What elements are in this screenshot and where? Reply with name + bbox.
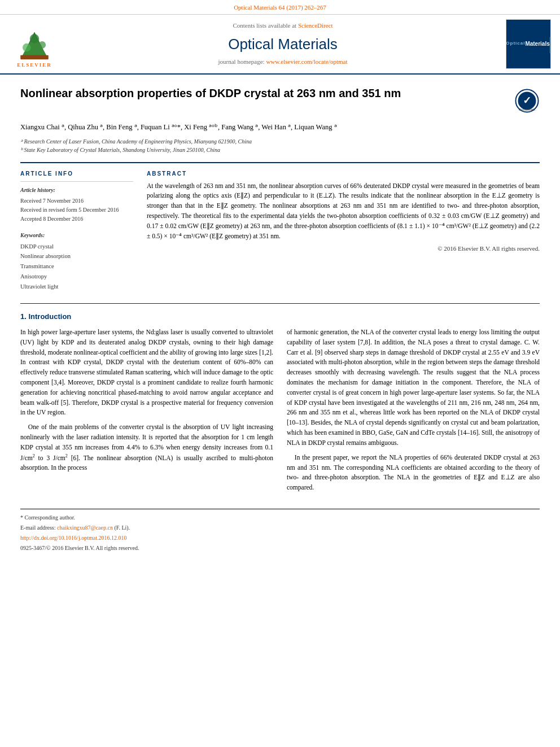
- authors: Xiangxu Chai ᵃ, Qihua Zhu ᵃ, Bin Feng ᵃ,…: [20, 121, 540, 133]
- footnote-corresponding: * Corresponding author.: [20, 514, 540, 522]
- article-info-box: Article history: Received 7 November 201…: [20, 181, 133, 224]
- abstract-heading: ABSTRACT: [147, 170, 540, 178]
- article-title-section: Nonlinear absorption properties of DKDP …: [20, 86, 540, 113]
- affiliation-b: ᵇ State Key Laboratory of Crystal Materi…: [20, 146, 540, 154]
- elsevier-label-text: ELSEVIER: [17, 62, 52, 69]
- accepted-date: Accepted 8 December 2016: [20, 215, 133, 224]
- intro-col1: In high power large-aperture laser syste…: [20, 327, 273, 497]
- elsevier-logo: ELSEVIER: [9, 19, 60, 68]
- revised-date: Received in revised form 5 December 2016: [20, 206, 133, 215]
- article-history-label: Article history:: [20, 186, 133, 194]
- keywords-label: Keywords:: [20, 231, 133, 239]
- intro-body: In high power large-aperture laser syste…: [20, 327, 540, 497]
- received-date: Received 7 November 2016: [20, 196, 133, 206]
- journal-logo-right: Optical Materials: [506, 19, 551, 68]
- issn-line: 0925-3467/© 2016 Elsevier B.V. All right…: [20, 544, 540, 552]
- body-divider: [20, 303, 540, 304]
- doi-link[interactable]: http://dx.doi.org/10.1016/j.optmat.2016.…: [20, 535, 126, 541]
- copyright: © 2016 Elsevier B.V. All rights reserved…: [147, 244, 540, 253]
- svg-text:CrossMark: CrossMark: [519, 108, 536, 111]
- svg-point-5: [30, 34, 40, 43]
- sciencedirect-line: Contents lists available at ScienceDirec…: [67, 21, 499, 30]
- intro-heading: 1. Introduction: [20, 312, 540, 322]
- journal-header: ELSEVIER Contents lists available at Sci…: [0, 15, 560, 74]
- svg-point-4: [38, 41, 46, 49]
- article-title: Nonlinear absorption properties of DKDP …: [20, 86, 505, 101]
- keyword-5: Ultraviolet light: [20, 282, 133, 292]
- abstract-column: ABSTRACT At the wavelength of 263 nm and…: [147, 170, 540, 292]
- svg-text:✓: ✓: [523, 95, 531, 106]
- journal-homepage-line: journal homepage: www.elsevier.com/locat…: [67, 58, 499, 66]
- svg-rect-6: [20, 55, 49, 59]
- authors-text: Xiangxu Chai ᵃ, Qihua Zhu ᵃ, Bin Feng ᵃ,…: [20, 123, 337, 131]
- footnote-email-label-text: E-mail address:: [20, 525, 57, 531]
- header-divider: [20, 162, 540, 163]
- article-dates: Received 7 November 2016 Received in rev…: [20, 196, 133, 224]
- intro-p2: One of the main problems of the converte…: [20, 422, 273, 473]
- keyword-4: Anisotropy: [20, 272, 133, 282]
- affiliations: ᵃ Research Center of Laser Fusion, China…: [20, 137, 540, 154]
- article-info-column: ARTICLE INFO Article history: Received 7…: [20, 170, 133, 292]
- homepage-prefix: journal homepage:: [218, 58, 266, 65]
- elsevier-tree-icon: [15, 29, 54, 60]
- abstract-text: At the wavelength of 263 nm and 351 nm, …: [147, 181, 540, 242]
- journal-citation-text: Optical Materials 64 (2017) 262–267: [234, 4, 326, 11]
- intro-col2: of harmonic generation, the NLA of the c…: [287, 327, 540, 497]
- keyword-2: Nonlinear absorption: [20, 251, 133, 261]
- crossmark-icon: ✓ CrossMark: [514, 88, 540, 113]
- svg-point-3: [23, 43, 31, 52]
- keyword-3: Transmittance: [20, 261, 133, 272]
- homepage-link[interactable]: www.elsevier.com/locate/optmat: [266, 58, 347, 65]
- footnote-email-link[interactable]: chaikxingxu87@caep.cn: [57, 525, 113, 531]
- affiliation-a: ᵃ Research Center of Laser Fusion, China…: [20, 137, 540, 146]
- journal-title: Optical Materials: [67, 34, 499, 54]
- sciencedirect-prefix: Contents lists available at: [233, 22, 298, 29]
- footnote-email-name-text: (F. Li).: [114, 525, 130, 531]
- doi-line: http://dx.doi.org/10.1016/j.optmat.2016.…: [20, 534, 540, 542]
- keywords-section: Keywords: DKDP crystal Nonlinear absorpt…: [20, 231, 133, 292]
- intro-p3: of harmonic generation, the NLA of the c…: [287, 327, 540, 448]
- footnote-email-line: E-mail address: chaikxingxu87@caep.cn (F…: [20, 524, 540, 532]
- footnote-author-text: * Corresponding author.: [20, 514, 75, 521]
- intro-p4: In the present paper, we report the NLA …: [287, 453, 540, 493]
- article-info-heading: ARTICLE INFO: [20, 170, 133, 178]
- footnotes: * Corresponding author. E-mail address: …: [20, 509, 540, 552]
- sciencedirect-link[interactable]: ScienceDirect: [298, 22, 333, 29]
- journal-citation: Optical Materials 64 (2017) 262–267: [0, 0, 560, 15]
- keyword-1: DKDP crystal: [20, 242, 133, 252]
- article-body: Nonlinear absorption properties of DKDP …: [0, 75, 560, 566]
- journal-center: Contents lists available at ScienceDirec…: [67, 19, 499, 68]
- article-info-abstract: ARTICLE INFO Article history: Received 7…: [20, 170, 540, 292]
- intro-p1: In high power large-aperture laser syste…: [20, 327, 273, 418]
